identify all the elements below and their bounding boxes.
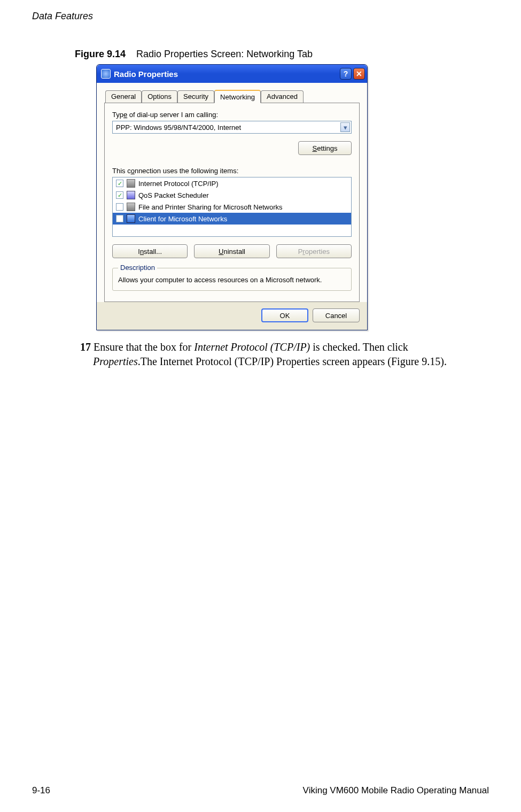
help-button[interactable]: ? — [340, 68, 352, 80]
figure-title: Radio Properties Screen: Networking Tab — [136, 49, 313, 59]
ok-button[interactable]: OK — [261, 308, 308, 322]
list-item-qos[interactable]: ✓ QoS Packet Scheduler — [113, 189, 351, 201]
settings-button[interactable]: Settings — [298, 141, 352, 155]
checkbox-tcpip[interactable]: ✓ — [116, 180, 123, 187]
dialog-footer: OK Cancel — [97, 302, 367, 330]
tab-strip: General Options Security Networking Adva… — [104, 90, 360, 103]
cancel-button[interactable]: Cancel — [313, 308, 360, 322]
list-item-label: Client for Microsoft Networks — [138, 215, 227, 223]
dialog-window: Radio Properties ? ✕ General Options Sec… — [96, 64, 368, 330]
checkbox-fileprint[interactable] — [116, 203, 123, 211]
components-listbox[interactable]: ✓ Internet Protocol (TCP/IP) ✓ QoS Packe… — [112, 177, 352, 237]
checkbox-qos[interactable]: ✓ — [116, 191, 123, 199]
server-type-dropdown[interactable]: PPP: Windows 95/98/NT4/2000, Internet ▾ — [112, 121, 352, 134]
step-number: 17 — [80, 341, 91, 353]
manual-title: Viking VM600 Mobile Radio Operating Manu… — [303, 785, 489, 796]
app-icon — [101, 69, 111, 79]
close-button[interactable]: ✕ — [353, 68, 365, 80]
tab-networking[interactable]: Networking — [214, 90, 261, 103]
server-type-value: PPP: Windows 95/98/NT4/2000, Internet — [116, 123, 340, 132]
tab-security[interactable]: Security — [177, 90, 214, 103]
client-icon — [127, 214, 135, 223]
tab-options[interactable]: Options — [142, 90, 177, 103]
page-number: 9-16 — [32, 785, 50, 796]
server-type-label: Type of dial-up server I am calling: — [112, 111, 352, 119]
tab-advanced[interactable]: Advanced — [261, 90, 304, 103]
figure-number: Figure 9.14 — [75, 49, 126, 59]
tab-general[interactable]: General — [105, 90, 142, 103]
scheduler-icon — [127, 191, 135, 199]
checkbox-client[interactable] — [116, 215, 123, 222]
list-item-tcpip[interactable]: ✓ Internet Protocol (TCP/IP) — [113, 177, 351, 189]
group-title: Description — [118, 264, 157, 272]
page-footer: 9-16 Viking VM600 Mobile Radio Operating… — [0, 785, 521, 796]
description-group: Description Allows your computer to acce… — [112, 268, 352, 291]
install-button[interactable]: Install... — [112, 244, 188, 258]
list-item-client[interactable]: Client for Microsoft Networks — [113, 213, 351, 225]
figure-caption: Figure 9.14 Radio Properties Screen: Net… — [75, 49, 489, 60]
window-title: Radio Properties — [114, 69, 338, 79]
description-text: Allows your computer to access resources… — [118, 276, 346, 284]
titlebar[interactable]: Radio Properties ? ✕ — [97, 65, 367, 83]
list-item-fileprint[interactable]: File and Printer Sharing for Microsoft N… — [113, 201, 351, 213]
list-item-label: File and Printer Sharing for Microsoft N… — [138, 203, 282, 211]
properties-button[interactable]: Properties — [276, 244, 352, 258]
running-header: Data Features — [32, 11, 489, 22]
list-item-label: QoS Packet Scheduler — [138, 191, 209, 199]
uninstall-button[interactable]: Uninstall — [194, 244, 269, 258]
network-icon — [127, 179, 135, 188]
items-label: This connection uses the following items… — [112, 167, 352, 175]
step-17: 17 Ensure that the box for Internet Prot… — [80, 340, 468, 369]
list-item-label: Internet Protocol (TCP/IP) — [138, 180, 219, 188]
share-icon — [127, 203, 135, 211]
tab-panel-networking: Type of dial-up server I am calling: PPP… — [104, 103, 360, 302]
chevron-down-icon[interactable]: ▾ — [340, 122, 350, 132]
